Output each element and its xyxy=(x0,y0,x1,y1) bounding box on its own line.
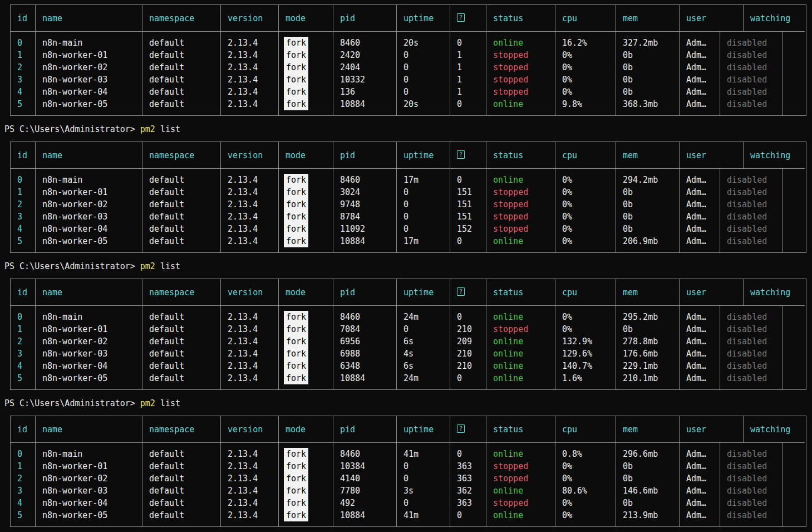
cell-mode: fork xyxy=(279,509,333,526)
cell-version: 2.13.4 xyxy=(221,86,279,98)
cell-user: Adm… xyxy=(680,186,720,198)
cell-mode: fork xyxy=(279,323,333,335)
cell-version: 2.13.4 xyxy=(221,186,279,198)
restart-glyph-box-icon: ? xyxy=(457,287,465,296)
cell-id: 3 xyxy=(11,74,36,86)
column-header-restart: ? xyxy=(450,416,486,443)
pm2-table-header: idnamenamespaceversionmodepiduptime?stat… xyxy=(11,5,806,32)
cell-namespace: default xyxy=(142,86,221,98)
pm2-table-body: 0n8n-maindefault2.13.4fork846020s0online… xyxy=(11,32,806,115)
cell-user: Adm… xyxy=(680,86,720,98)
cell-cpu: 0% xyxy=(555,61,616,74)
cell-spacer xyxy=(783,211,805,223)
cell-mem: 0b xyxy=(616,211,680,223)
cell-version: 2.13.4 xyxy=(221,323,279,335)
cell-name: n8n-worker-03 xyxy=(36,485,142,497)
cell-namespace: default xyxy=(142,443,221,460)
cell-status: stopped xyxy=(486,223,555,235)
cell-mode: fork xyxy=(279,223,333,235)
column-header-mem: mem xyxy=(616,142,680,169)
column-header-restart: ? xyxy=(450,5,486,32)
cell-mem: 294.2mb xyxy=(616,169,680,186)
cell-mem: 0b xyxy=(616,74,680,86)
cell-version: 2.13.4 xyxy=(221,49,279,61)
column-header-version: version xyxy=(221,279,279,306)
cell-name: n8n-worker-02 xyxy=(36,335,142,348)
column-header-mem: mem xyxy=(616,5,680,32)
cell-restart: 1 xyxy=(450,61,486,74)
cell-cpu: 80.6% xyxy=(555,485,616,497)
cell-spacer xyxy=(783,49,805,61)
pm2-process-table-2: idnamenamespaceversionmodepiduptime?stat… xyxy=(10,141,806,253)
cell-mode: fork xyxy=(279,306,333,323)
cell-user: Adm… xyxy=(680,497,720,509)
cell-uptime: 0 xyxy=(397,186,450,198)
cell-restart: 0 xyxy=(450,372,486,389)
cell-uptime: 6s xyxy=(397,335,450,348)
cell-watching: disabled xyxy=(720,460,783,472)
cell-pid: 10884 xyxy=(333,235,397,252)
cell-restart: 0 xyxy=(450,98,486,115)
column-header-name: name xyxy=(36,279,142,306)
cell-spacer xyxy=(783,235,805,252)
cell-namespace: default xyxy=(142,211,221,223)
cell-mem: 0b xyxy=(616,186,680,198)
column-header-name: name xyxy=(36,142,142,169)
cell-status: online xyxy=(486,98,555,115)
cell-name: n8n-worker-03 xyxy=(36,348,142,360)
cell-mem: 327.2mb xyxy=(616,32,680,49)
cell-pid: 136 xyxy=(333,86,397,98)
cell-uptime: 0 xyxy=(397,61,450,74)
shell-prompt-line-1: PS C:\Users\Administrator>pm2list xyxy=(4,123,812,135)
cell-namespace: default xyxy=(142,61,221,74)
cell-version: 2.13.4 xyxy=(221,235,279,252)
cell-spacer xyxy=(783,186,805,198)
cell-spacer xyxy=(783,460,805,472)
column-header-name: name xyxy=(36,416,142,443)
cell-restart: 151 xyxy=(450,211,486,223)
cell-uptime: 0 xyxy=(397,74,450,86)
cell-cpu: 0% xyxy=(555,460,616,472)
column-header-uptime: uptime xyxy=(397,279,450,306)
pm2-process-table-1: idnamenamespaceversionmodepiduptime?stat… xyxy=(10,4,806,116)
cell-user: Adm… xyxy=(680,306,720,323)
prompt-path: PS C:\Users\Administrator> xyxy=(4,124,135,134)
cell-namespace: default xyxy=(142,306,221,323)
restart-glyph-box-icon: ? xyxy=(457,13,465,22)
cell-id: 3 xyxy=(11,348,36,360)
column-header-user: user xyxy=(680,279,744,306)
cell-pid: 8460 xyxy=(333,306,397,323)
terminal-screen: idnamenamespaceversionmodepiduptime?stat… xyxy=(4,4,812,527)
cell-uptime: 3s xyxy=(397,485,450,497)
cell-uptime: 0 xyxy=(397,198,450,211)
cell-status: stopped xyxy=(486,497,555,509)
cell-mem: 210.1mb xyxy=(616,372,680,389)
cell-mode: fork xyxy=(279,169,333,186)
cell-mode: fork xyxy=(279,485,333,497)
mode-badge: fork xyxy=(284,74,308,86)
cell-id: 3 xyxy=(11,211,36,223)
cell-cpu: 0% xyxy=(555,472,616,485)
mode-badge: fork xyxy=(284,460,308,472)
pm2-table-body: 0n8n-maindefault2.13.4fork846024m0online… xyxy=(11,306,806,389)
pm2-table-body: 0n8n-maindefault2.13.4fork846041m0online… xyxy=(11,443,806,526)
cell-id: 5 xyxy=(11,235,36,252)
cell-id: 2 xyxy=(11,472,36,485)
cell-spacer xyxy=(783,86,805,98)
cell-id: 0 xyxy=(11,306,36,323)
cell-version: 2.13.4 xyxy=(221,61,279,74)
cell-restart: 363 xyxy=(450,497,486,509)
cell-user: Adm… xyxy=(680,198,720,211)
cell-name: n8n-main xyxy=(36,443,142,460)
cell-uptime: 0 xyxy=(397,86,450,98)
cell-name: n8n-worker-01 xyxy=(36,323,142,335)
cell-cpu: 0% xyxy=(555,186,616,198)
cell-cpu: 1.6% xyxy=(555,372,616,389)
cell-version: 2.13.4 xyxy=(221,198,279,211)
cell-uptime: 0 xyxy=(397,49,450,61)
cell-uptime: 0 xyxy=(397,497,450,509)
cell-mem: 278.8mb xyxy=(616,335,680,348)
terminal-window[interactable]: idnamenamespaceversionmodepiduptime?stat… xyxy=(0,0,812,532)
cell-mode: fork xyxy=(279,61,333,74)
cell-id: 2 xyxy=(11,198,36,211)
